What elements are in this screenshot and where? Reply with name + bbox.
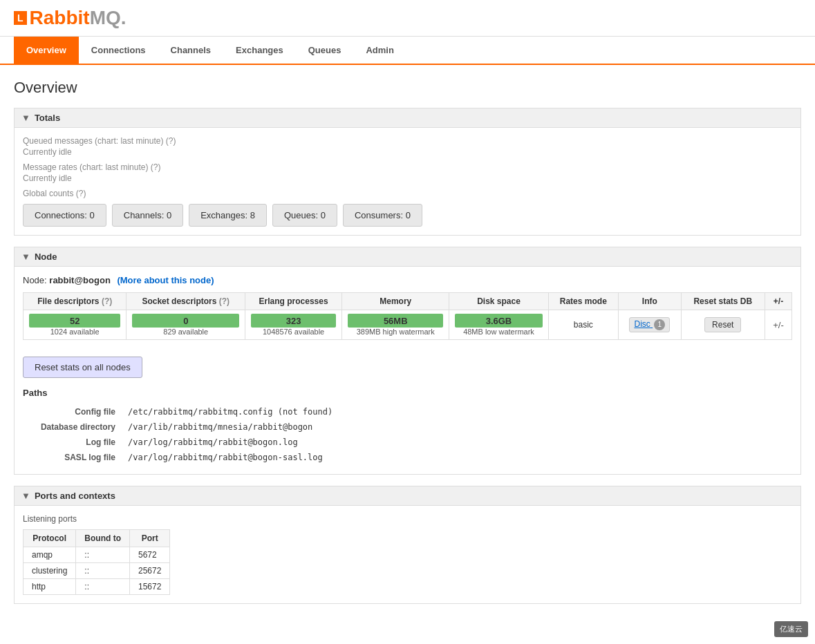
port-bound-http: :: <box>76 579 130 595</box>
count-channels: Channels: 0 <box>112 204 183 227</box>
totals-arrow: ▼ <box>21 113 30 123</box>
counts-row: Connections: 0 Channels: 0 Exchanges: 8 … <box>23 204 792 227</box>
port-row-amqp: amqp :: 5672 <box>24 547 170 563</box>
nav-item-channels[interactable]: Channels <box>158 37 224 64</box>
node-arrow: ▼ <box>21 252 30 262</box>
port-row-http: http :: 15672 <box>24 579 170 595</box>
totals-body: Queued messages (chart: last minute) (?)… <box>15 128 800 235</box>
path-sasl-label: SASL log file <box>24 451 121 464</box>
node-title: Node: rabbit@bogon (More about this node… <box>23 275 792 285</box>
node-header[interactable]: ▼ Node <box>15 247 800 267</box>
erlang-processes-cell: 323 1048576 available <box>245 310 342 340</box>
socket-descriptors-cell: 0 829 available <box>127 310 245 340</box>
col-rates-mode: Rates mode <box>548 293 619 310</box>
disc-badge[interactable]: Disc 1 <box>629 317 670 332</box>
logo-rabbit-text: Rabbit <box>30 7 90 29</box>
currently-idle-2: Currently idle <box>23 173 792 183</box>
reset-button[interactable]: Reset <box>704 317 741 332</box>
path-db-label: Database directory <box>24 420 121 434</box>
footer-watermark: 亿速云 <box>774 621 808 629</box>
erlang-bar: 323 <box>251 314 336 328</box>
count-connections: Connections: 0 <box>23 204 106 227</box>
logo-box: L <box>14 11 27 25</box>
port-protocol-http: http <box>24 579 76 595</box>
ports-arrow: ▼ <box>21 491 30 501</box>
main-nav: Overview Connections Channels Exchanges … <box>0 37 815 65</box>
port-protocol-clustering: clustering <box>24 563 76 579</box>
node-table: File descriptors (?) Socket descriptors … <box>23 292 792 340</box>
path-config-value: /etc/rabbitmq/rabbitmq.config (not found… <box>122 405 338 419</box>
node-link[interactable]: (More about this node) <box>117 275 214 285</box>
count-queues: Queues: 0 <box>272 204 337 227</box>
file-descriptors-cell: 52 1024 available <box>24 310 127 340</box>
header: L Rabbit MQ. <box>0 0 815 37</box>
path-sasl: SASL log file /var/log/rabbitmq/rabbit@b… <box>24 451 338 464</box>
count-exchanges: Exchanges: 8 <box>189 204 267 227</box>
path-log-value: /var/log/rabbitmq/rabbit@bogon.log <box>122 435 338 449</box>
path-config: Config file /etc/rabbitmq/rabbitmq.confi… <box>24 405 338 419</box>
paths-table: Config file /etc/rabbitmq/rabbitmq.confi… <box>23 404 339 466</box>
port-row-clustering: clustering :: 25672 <box>24 563 170 579</box>
col-info: Info <box>619 293 681 310</box>
port-bound-clustering: :: <box>76 563 130 579</box>
node-label: Node <box>35 252 57 262</box>
port-num-amqp: 5672 <box>130 547 170 563</box>
plus-minus-cell: +/- <box>765 310 792 340</box>
nav-item-overview[interactable]: Overview <box>14 37 79 64</box>
file-desc-bar: 52 <box>29 314 120 328</box>
node-row: 52 1024 available 0 829 available <box>24 310 792 340</box>
path-config-label: Config file <box>24 405 121 419</box>
queued-messages-label: Queued messages (chart: last minute) (?) <box>23 136 792 146</box>
nav-item-admin[interactable]: Admin <box>353 37 406 64</box>
ports-body: Listening ports Protocol Bound to Port a… <box>15 506 800 603</box>
ports-section: ▼ Ports and contexts Listening ports Pro… <box>14 486 801 604</box>
nav-item-connections[interactable]: Connections <box>79 37 158 64</box>
ports-header[interactable]: ▼ Ports and contexts <box>15 486 800 506</box>
memory-cell: 56MB 389MB high watermark <box>342 310 449 340</box>
col-plus-minus: +/- <box>765 293 792 310</box>
col-disk-space: Disk space <box>449 293 548 310</box>
listening-ports-label: Listening ports <box>23 514 792 524</box>
path-log-label: Log file <box>24 435 121 449</box>
disk-space-cell: 3.6GB 48MB low watermark <box>449 310 548 340</box>
port-num-http: 15672 <box>130 579 170 595</box>
totals-section: ▼ Totals Queued messages (chart: last mi… <box>14 108 801 236</box>
logo-mq-text: MQ. <box>90 7 127 29</box>
col-memory: Memory <box>342 293 449 310</box>
paths-section: Paths Config file /etc/rabbitmq/rabbitmq… <box>23 388 792 466</box>
page-title: Overview <box>14 79 801 97</box>
col-erlang-proc: Erlang processes <box>245 293 342 310</box>
path-log: Log file /var/log/rabbitmq/rabbit@bogon.… <box>24 435 338 449</box>
disk-bar: 3.6GB <box>455 314 542 328</box>
paths-title: Paths <box>23 388 792 398</box>
col-reset-stats: Reset stats DB <box>681 293 765 310</box>
path-sasl-value: /var/log/rabbitmq/rabbit@bogon-sasl.log <box>122 451 338 464</box>
col-port: Port <box>130 530 170 547</box>
col-protocol: Protocol <box>24 530 76 547</box>
main-content: Overview ▼ Totals Queued messages (chart… <box>0 65 815 629</box>
node-section: ▼ Node Node: rabbit@bogon (More about th… <box>14 247 801 475</box>
logo: L Rabbit MQ. <box>14 7 127 29</box>
port-num-clustering: 25672 <box>130 563 170 579</box>
path-db: Database directory /var/lib/rabbitmq/mne… <box>24 420 338 434</box>
nav-item-exchanges[interactable]: Exchanges <box>223 37 296 64</box>
col-file-desc: File descriptors (?) <box>24 293 127 310</box>
currently-idle-1: Currently idle <box>23 147 792 157</box>
totals-label: Totals <box>35 113 60 123</box>
info-cell: Disc 1 <box>619 310 681 340</box>
path-db-value: /var/lib/rabbitmq/mnesia/rabbit@bogon <box>122 420 338 434</box>
rates-mode-cell: basic <box>548 310 619 340</box>
totals-header[interactable]: ▼ Totals <box>15 108 800 128</box>
ports-table: Protocol Bound to Port amqp :: 5672 clus… <box>23 529 170 595</box>
reset-all-nodes-button[interactable]: Reset stats on all nodes <box>23 357 142 378</box>
socket-desc-bar: 0 <box>132 314 239 328</box>
count-consumers: Consumers: 0 <box>343 204 422 227</box>
col-socket-desc: Socket descriptors (?) <box>127 293 245 310</box>
global-counts-label: Global counts (?) <box>23 189 792 198</box>
nav-item-queues[interactable]: Queues <box>296 37 354 64</box>
message-rates-label: Message rates (chart: last minute) (?) <box>23 162 792 172</box>
port-protocol-amqp: amqp <box>24 547 76 563</box>
node-body: Node: rabbit@bogon (More about this node… <box>15 267 800 474</box>
ports-label: Ports and contexts <box>35 491 115 501</box>
node-name: rabbit@bogon <box>49 275 111 285</box>
